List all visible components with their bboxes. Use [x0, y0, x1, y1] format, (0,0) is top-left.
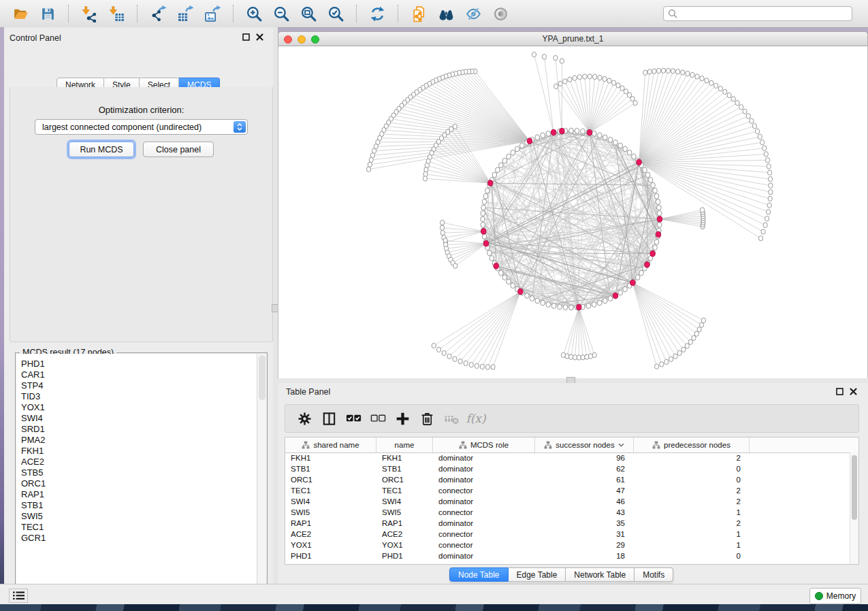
zoom-selected-button[interactable]: [324, 3, 347, 24]
leaf-node[interactable]: [714, 83, 718, 88]
network-node[interactable]: [654, 193, 659, 199]
dominator-node[interactable]: [483, 241, 488, 247]
leaf-node[interactable]: [453, 263, 457, 268]
leaf-node[interactable]: [440, 225, 444, 230]
column-header-predecessor-nodes[interactable]: predecessor nodes: [634, 437, 750, 452]
network-node[interactable]: [592, 302, 596, 308]
leaf-node[interactable]: [558, 81, 562, 86]
export-table-button[interactable]: [174, 3, 197, 24]
dominator-node[interactable]: [645, 262, 649, 268]
leaf-node[interactable]: [768, 196, 772, 201]
network-node[interactable]: [581, 129, 585, 134]
leaf-node[interactable]: [620, 86, 624, 90]
run-mcds-button[interactable]: Run MCDS: [69, 142, 134, 157]
table-row[interactable]: ACE2ACE2connector311: [285, 529, 850, 540]
network-node[interactable]: [481, 205, 486, 210]
leaf-node[interactable]: [767, 164, 771, 169]
network-node[interactable]: [496, 167, 500, 173]
network-node[interactable]: [635, 275, 640, 280]
network-node[interactable]: [551, 303, 556, 309]
scrollbar-thumb[interactable]: [852, 455, 857, 520]
leaf-node[interactable]: [690, 72, 694, 77]
network-node[interactable]: [519, 143, 524, 148]
leaf-node[interactable]: [624, 89, 628, 94]
network-node[interactable]: [563, 305, 568, 310]
leaf-node[interactable]: [739, 105, 743, 110]
leaf-node[interactable]: [563, 79, 567, 84]
network-node[interactable]: [627, 150, 632, 155]
leaf-node[interactable]: [768, 170, 772, 175]
network-node[interactable]: [511, 283, 515, 288]
leaf-node[interactable]: [453, 357, 457, 361]
network-node[interactable]: [657, 211, 662, 216]
leaf-node[interactable]: [731, 97, 735, 101]
leaf-node[interactable]: [764, 152, 768, 156]
mcds-result-item[interactable]: YOX1: [21, 402, 257, 413]
zoom-fit-button[interactable]: [297, 3, 320, 24]
leaf-node[interactable]: [440, 230, 445, 235]
network-node[interactable]: [502, 158, 507, 163]
leaf-node[interactable]: [769, 190, 773, 195]
network-node[interactable]: [515, 146, 520, 152]
leaf-node[interactable]: [700, 76, 704, 81]
leaf-node[interactable]: [746, 114, 750, 118]
mcds-result-item[interactable]: STB5: [21, 467, 257, 478]
column-header-successor-nodes[interactable]: successor nodes: [535, 437, 634, 452]
network-node[interactable]: [525, 293, 530, 299]
dominator-node[interactable]: [577, 304, 581, 310]
leaf-node[interactable]: [583, 74, 587, 79]
mcds-result-list[interactable]: PHD1CAR1STP4TID3YOX1SWI4SRD1PMA2FKH1ACE2…: [16, 354, 257, 597]
leaf-node[interactable]: [560, 59, 564, 63]
dominator-node[interactable]: [494, 263, 498, 269]
network-node[interactable]: [492, 172, 497, 178]
network-node[interactable]: [597, 300, 602, 306]
network-node[interactable]: [608, 137, 613, 143]
mcds-result-item[interactable]: TID3: [21, 391, 257, 402]
dominator-node[interactable]: [587, 130, 592, 136]
network-node[interactable]: [511, 150, 515, 155]
leaf-node[interactable]: [743, 109, 747, 114]
network-node[interactable]: [653, 245, 658, 250]
select-stepper-icon[interactable]: [234, 121, 246, 133]
leaf-node[interactable]: [758, 236, 762, 241]
leaf-node[interactable]: [569, 354, 573, 359]
mcds-result-item[interactable]: PMA2: [21, 435, 257, 446]
network-node[interactable]: [613, 140, 618, 146]
mcds-result-item[interactable]: PHD1: [21, 359, 257, 369]
leaf-node[interactable]: [677, 350, 681, 355]
dominator-node[interactable]: [613, 293, 617, 299]
leaf-node[interactable]: [718, 86, 722, 91]
open-file-button[interactable]: [9, 3, 32, 24]
dominator-node[interactable]: [630, 280, 635, 286]
leaf-node[interactable]: [368, 162, 372, 167]
network-node[interactable]: [482, 199, 487, 205]
leaf-node[interactable]: [760, 140, 765, 145]
close-panel-button[interactable]: Close panel: [143, 142, 214, 157]
leaf-node[interactable]: [762, 146, 767, 150]
mcds-result-item[interactable]: ORC1: [21, 478, 257, 489]
leaf-node[interactable]: [593, 74, 597, 79]
leaf-node[interactable]: [768, 176, 772, 181]
mcds-result-item[interactable]: SWI5: [21, 511, 257, 522]
mcds-result-item[interactable]: GCR1: [21, 533, 257, 544]
network-node[interactable]: [546, 302, 551, 308]
network-node[interactable]: [485, 188, 490, 193]
network-node[interactable]: [651, 182, 656, 188]
leaf-node[interactable]: [681, 70, 685, 75]
network-node[interactable]: [481, 211, 485, 216]
dominator-node[interactable]: [560, 128, 564, 134]
leaf-node[interactable]: [581, 355, 585, 360]
leaf-node[interactable]: [573, 76, 577, 80]
leaf-node[interactable]: [767, 210, 771, 214]
table-row[interactable]: PHD1PHD1dominator180: [285, 550, 850, 561]
leaf-node[interactable]: [686, 71, 690, 76]
import-table-button[interactable]: [105, 3, 128, 24]
network-node[interactable]: [586, 303, 591, 309]
leaf-node[interactable]: [554, 84, 558, 88]
network-node[interactable]: [541, 133, 545, 138]
leaf-node[interactable]: [685, 344, 689, 348]
leaf-node[interactable]: [755, 129, 759, 133]
network-node[interactable]: [623, 146, 628, 152]
export-network-button[interactable]: [146, 3, 170, 24]
mcds-result-item[interactable]: CAR1: [21, 369, 257, 380]
